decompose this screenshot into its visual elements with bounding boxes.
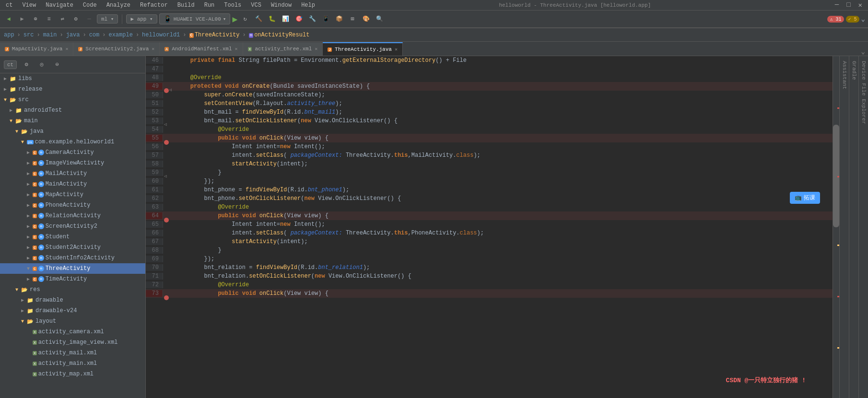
error-badge[interactable]: ⚠ 31 xyxy=(827,16,844,23)
sidebar-item-main[interactable]: ▼ 📂 main xyxy=(0,116,145,126)
menu-refactor[interactable]: Refactor xyxy=(138,1,170,10)
maximize-btn[interactable]: □ xyxy=(845,0,852,10)
sidebar-item-layout[interactable]: ▼ 📂 layout xyxy=(0,316,145,327)
bc-app[interactable]: app xyxy=(4,32,14,38)
sidebar-item-drawable-v24[interactable]: ▶ 📁 drawable-v24 xyxy=(0,305,145,316)
forward-btn[interactable]: ▶ xyxy=(16,13,28,25)
warning-badge[interactable]: ✓ 5 xyxy=(846,16,859,23)
sidebar-item-mainactivity[interactable]: ▶ C m MainActivity xyxy=(0,179,145,189)
layout-btn[interactable]: ⊞ xyxy=(347,13,358,25)
sidebar-item-activity-camera[interactable]: ▶ X activity_camera.xml xyxy=(0,327,145,337)
sidebar-item-cameraactivity[interactable]: ▶ C m CameraActivity xyxy=(0,147,145,158)
app-config-selector[interactable]: ▶ app ▾ xyxy=(126,14,157,23)
tab-mapactivity[interactable]: J MapActivity.java ✕ xyxy=(0,42,73,56)
menu-ct[interactable]: ct xyxy=(4,1,14,10)
code-container[interactable]: 46 private final String filePath = Envir… xyxy=(146,56,833,398)
tools-btn[interactable]: 🔧 xyxy=(306,13,318,25)
sidebar-item-activity-map[interactable]: ▶ X activity_map.xml xyxy=(0,369,145,379)
main-layout: ct ⚙ ◎ ⊖ ▶ 📁 libs ▶ 📁 release ▼ 📂 src ▶ xyxy=(0,56,868,398)
sidebar-item-threeactivity[interactable]: ▼ C m ThreeActivity xyxy=(0,263,145,274)
sidebar-item-studentinfo2activity[interactable]: ▶ C m StudentInfo2Activity xyxy=(0,253,145,263)
right-scrollbar[interactable] xyxy=(833,56,839,398)
tab-androidmanifest[interactable]: A AndroidManifest.xml ✕ xyxy=(160,42,243,56)
menu-analyze[interactable]: Analyze xyxy=(105,1,132,10)
expand-warnings-btn[interactable]: ⌄ xyxy=(861,15,865,23)
sidebar-item-libs[interactable]: ▶ 📁 libs xyxy=(0,73,145,84)
tab-close-activityxml[interactable]: ✕ xyxy=(315,46,317,52)
sidebar-settings-btn[interactable]: ⚙ xyxy=(21,59,32,70)
settings-icon[interactable]: ⚙ xyxy=(70,13,82,25)
sidebar-item-release[interactable]: ▶ 📁 release xyxy=(0,84,145,94)
run-button[interactable]: ▶ xyxy=(232,14,237,24)
sidebar-item-activity-main[interactable]: ▶ X activity_main.xml xyxy=(0,358,145,369)
debug-btn[interactable]: 🐛 xyxy=(266,13,278,25)
sidebar-dropdown[interactable]: ct xyxy=(4,60,17,69)
sidebar-item-imageviewactivity[interactable]: ▶ C m ImageViewActivity xyxy=(0,158,145,168)
avd-btn[interactable]: 📱 xyxy=(320,13,331,25)
sidebar-item-java[interactable]: ▼ 📂 java xyxy=(0,126,145,137)
sync-btn[interactable]: ↻ xyxy=(239,13,251,25)
tab-screenactivity2[interactable]: J ScreenActivity2.java ✕ xyxy=(73,42,160,56)
menu-window[interactable]: Window xyxy=(269,1,293,10)
project-icon[interactable]: ⊕ xyxy=(30,13,41,25)
sidebar-item-screenactivity2[interactable]: ▶ C m ScreenActivity2 xyxy=(0,221,145,232)
sidebar-scroll-btn[interactable]: ◎ xyxy=(36,59,47,70)
menu-run[interactable]: Run xyxy=(202,1,217,10)
sidebar-item-student2activity[interactable]: ▶ C m Student2Activity xyxy=(0,242,145,253)
sdk-btn[interactable]: 📦 xyxy=(333,13,345,25)
align-icon[interactable]: ≡ xyxy=(43,13,55,25)
tab-close-screenactivity2[interactable]: ✕ xyxy=(152,46,154,52)
float-button[interactable]: 📺 拓课 xyxy=(790,192,820,204)
menu-tools[interactable]: Tools xyxy=(222,1,243,10)
bc-onactivityresult[interactable]: monActivityResult xyxy=(249,32,310,38)
build-btn[interactable]: 🔨 xyxy=(253,13,264,25)
menu-view[interactable]: View xyxy=(20,1,38,10)
sidebar-item-src[interactable]: ▼ 📂 src xyxy=(0,94,145,105)
sidebar-item-res[interactable]: ▼ 📂 res xyxy=(0,284,145,295)
bc-main[interactable]: main xyxy=(43,32,57,38)
menu-vcs[interactable]: VCS xyxy=(249,1,263,10)
code-line-49: 49 ◁ protected void onCreate(Bundle save… xyxy=(146,82,833,91)
bc-com[interactable]: com xyxy=(89,32,100,38)
coverage-btn[interactable]: 🎯 xyxy=(293,13,305,25)
gradle-panel[interactable]: Gradle xyxy=(849,56,858,398)
tab-close-manifest[interactable]: ✕ xyxy=(235,46,238,52)
device-selector[interactable]: 📱 HUAWEI VCE-AL00 ▾ xyxy=(159,13,231,24)
menu-help[interactable]: Help xyxy=(299,1,317,10)
bc-threeactivity[interactable]: CThreeActivity xyxy=(189,32,240,38)
sidebar-item-package[interactable]: ▼ pk com.example.helloworld1 xyxy=(0,137,145,147)
tab-close-threeactivity[interactable]: ✕ xyxy=(395,47,398,52)
tab-close-mapactivity[interactable]: ✕ xyxy=(65,46,68,52)
bc-helloworld1[interactable]: helloworld1 xyxy=(142,32,180,38)
sidebar-item-student[interactable]: ▶ C m Student xyxy=(0,232,145,242)
close-btn[interactable]: ✕ xyxy=(856,0,864,10)
tabs-overflow-btn[interactable]: ⌄ xyxy=(861,47,868,56)
menu-code[interactable]: Code xyxy=(81,1,99,10)
back-btn[interactable]: ◀ xyxy=(3,13,14,25)
menu-navigate[interactable]: Navigate xyxy=(44,1,75,10)
bc-src[interactable]: src xyxy=(23,32,34,38)
sidebar-item-drawable[interactable]: ▶ 📁 drawable xyxy=(0,295,145,305)
sidebar-collapse-btn[interactable]: ⊖ xyxy=(51,59,63,70)
sidebar-item-mailactivity[interactable]: ▶ C m MailActivity xyxy=(0,168,145,179)
sidebar-item-activity-mail[interactable]: ▶ X activity_mail.xml xyxy=(0,348,145,358)
theme-btn[interactable]: 🎨 xyxy=(360,13,372,25)
search-btn[interactable]: 🔍 xyxy=(374,13,385,25)
sidebar-item-timeactivity[interactable]: ▶ C m TimeActivity xyxy=(0,274,145,284)
device-file-explorer[interactable]: Device File Explorer xyxy=(858,56,868,398)
sidebar-item-phoneactivity[interactable]: ▶ C m PhoneActivity xyxy=(0,200,145,211)
menu-build[interactable]: Build xyxy=(176,1,197,10)
sidebar-item-mapactivity[interactable]: ▶ C m MapActivity xyxy=(0,189,145,200)
ml-selector[interactable]: ml ▾ xyxy=(97,14,118,23)
bc-java[interactable]: java xyxy=(66,32,80,38)
sidebar-item-relationactivity[interactable]: ▶ C m RelationActivity xyxy=(0,211,145,221)
structure-icon[interactable]: ⇌ xyxy=(57,13,68,25)
tab-activitythreexml[interactable]: X activity_three.xml ✕ xyxy=(243,42,323,56)
tab-threeactivity[interactable]: J ThreeActivity.java ✕ xyxy=(323,42,403,56)
sidebar-item-androidtest[interactable]: ▶ 📁 androidTest xyxy=(0,105,145,116)
profile-btn[interactable]: 📊 xyxy=(280,13,291,25)
assistant-panel[interactable]: Assistant xyxy=(839,56,849,398)
sidebar-item-activity-imageview[interactable]: ▶ X activity_image_view.xml xyxy=(0,337,145,348)
minimize-btn[interactable]: ─ xyxy=(833,0,841,10)
bc-example[interactable]: example xyxy=(108,32,132,38)
